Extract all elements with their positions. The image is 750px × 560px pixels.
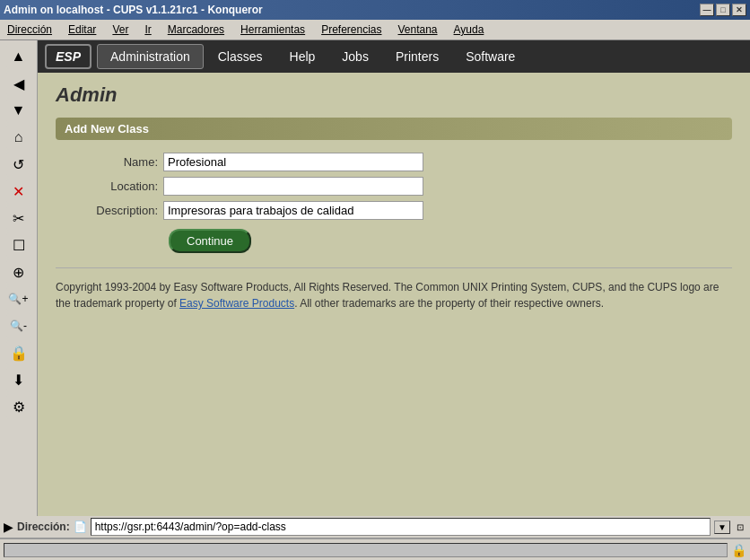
print-icon[interactable]: ☐ bbox=[6, 232, 31, 258]
download-icon[interactable]: ⬇ bbox=[6, 367, 31, 392]
menu-marcadores[interactable]: Marcadores bbox=[164, 22, 228, 38]
divider bbox=[56, 267, 732, 268]
forward-icon[interactable]: ◀ bbox=[6, 71, 31, 96]
sidebar: ▲ ◀ ▼ ⌂ ↺ ✕ ✂ ☐ ⊕ 🔍+ 🔍- 🔒 ⬇ ⚙ bbox=[0, 40, 38, 516]
page-content: Admin Add New Class Name: Location: Desc… bbox=[38, 73, 750, 516]
easy-software-link[interactable]: Easy Software Products bbox=[179, 297, 294, 310]
address-dropdown[interactable]: ▼ bbox=[714, 521, 730, 534]
menu-ayuda[interactable]: Ayuda bbox=[450, 22, 488, 38]
menu-direccion[interactable]: Dirección bbox=[4, 22, 56, 38]
search-plus-icon[interactable]: 🔍+ bbox=[6, 286, 31, 311]
description-input[interactable] bbox=[163, 201, 423, 220]
location-label: Location: bbox=[74, 179, 163, 193]
add-class-form: Name: Location: Description: Continue bbox=[74, 153, 732, 253]
lock-icon[interactable]: 🔒 bbox=[6, 340, 31, 365]
reload-icon[interactable]: ↺ bbox=[6, 152, 31, 177]
menu-ir[interactable]: Ir bbox=[141, 22, 154, 38]
continue-btn-row: Continue bbox=[74, 225, 732, 253]
section-header: Add New Class bbox=[56, 118, 732, 140]
page-icon: 📄 bbox=[74, 521, 87, 533]
menu-editar[interactable]: Editar bbox=[65, 22, 100, 38]
address-expand[interactable]: ⊡ bbox=[734, 521, 746, 533]
location-input[interactable] bbox=[163, 177, 423, 196]
title-controls: — □ ✕ bbox=[700, 4, 746, 16]
back-icon[interactable]: ▲ bbox=[6, 44, 31, 69]
continue-button[interactable]: Continue bbox=[169, 229, 251, 253]
address-input[interactable] bbox=[91, 518, 711, 536]
menu-preferencias[interactable]: Preferencias bbox=[318, 22, 385, 38]
menu-herramientas[interactable]: Herramientas bbox=[237, 22, 309, 38]
tab-classes[interactable]: Classes bbox=[205, 45, 275, 68]
name-row: Name: bbox=[74, 153, 732, 171]
status-progress bbox=[4, 543, 728, 557]
address-bar: ▶ Dirección: 📄 ▼ ⊡ bbox=[0, 516, 750, 538]
tab-printers[interactable]: Printers bbox=[383, 45, 451, 68]
copyright-text-after: . All other trademarks are the property … bbox=[294, 297, 604, 310]
minimize-button[interactable]: — bbox=[700, 4, 714, 16]
settings-icon[interactable]: ⚙ bbox=[6, 394, 31, 419]
copyright-text: Copyright 1993-2004 by Easy Software Pro… bbox=[56, 279, 732, 311]
browser-body: ▲ ◀ ▼ ⌂ ↺ ✕ ✂ ☐ ⊕ 🔍+ 🔍- 🔒 ⬇ ⚙ ESP Admini… bbox=[0, 40, 750, 516]
tab-jobs[interactable]: Jobs bbox=[329, 45, 381, 68]
maximize-button[interactable]: □ bbox=[716, 4, 730, 16]
nav-tabs: ESP Administration Classes Help Jobs Pri… bbox=[38, 40, 750, 73]
go-icon[interactable]: ▶ bbox=[4, 520, 13, 534]
title-bar: Admin on localhost - CUPS v1.1.21rc1 - K… bbox=[0, 0, 750, 20]
bookmark-icon[interactable]: ⊕ bbox=[6, 259, 31, 284]
menubar: Dirección Editar Ver Ir Marcadores Herra… bbox=[0, 20, 750, 40]
scissors-icon[interactable]: ✂ bbox=[6, 206, 31, 231]
status-lock-icon: 🔒 bbox=[731, 543, 746, 557]
content-area: ESP Administration Classes Help Jobs Pri… bbox=[38, 40, 750, 516]
name-label: Name: bbox=[74, 155, 163, 169]
close-button[interactable]: ✕ bbox=[732, 4, 746, 16]
description-row: Description: bbox=[74, 201, 732, 220]
home-icon[interactable]: ⌂ bbox=[6, 125, 31, 150]
tab-help[interactable]: Help bbox=[277, 45, 328, 68]
location-row: Location: bbox=[74, 177, 732, 196]
stop-icon[interactable]: ✕ bbox=[6, 179, 31, 204]
browser-window: Admin on localhost - CUPS v1.1.21rc1 - K… bbox=[0, 0, 750, 560]
menu-ver[interactable]: Ver bbox=[109, 22, 132, 38]
search-minus-icon[interactable]: 🔍- bbox=[6, 313, 31, 338]
esp-logo: ESP bbox=[45, 44, 92, 69]
address-label: Dirección: bbox=[17, 521, 70, 533]
name-input[interactable] bbox=[163, 153, 423, 171]
status-bar: 🔒 bbox=[0, 538, 750, 560]
down-icon[interactable]: ▼ bbox=[6, 98, 31, 123]
tab-administration[interactable]: Administration bbox=[97, 44, 204, 69]
description-label: Description: bbox=[74, 204, 163, 217]
tab-software[interactable]: Software bbox=[453, 45, 528, 68]
page-title: Admin bbox=[56, 83, 732, 107]
menu-ventana[interactable]: Ventana bbox=[395, 22, 441, 38]
window-title: Admin on localhost - CUPS v1.1.21rc1 - K… bbox=[4, 4, 263, 16]
